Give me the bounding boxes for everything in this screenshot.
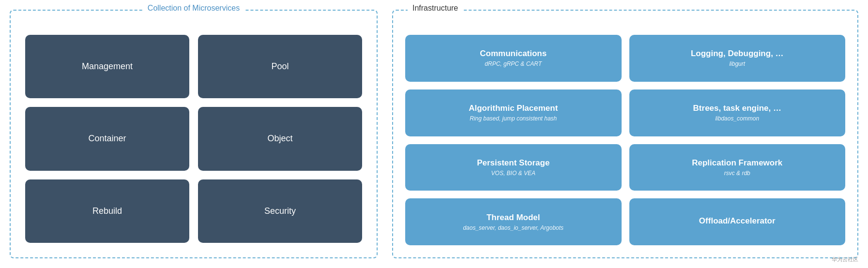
infra-card-title: Replication Framework <box>692 158 782 168</box>
infra-card-title: Offload/Accelerator <box>699 216 776 226</box>
infra-card-subtitle: libdaos_common <box>715 115 759 122</box>
infra-card-subtitle: dRPC, gRPC & CART <box>485 60 542 67</box>
microservice-card-label: Object <box>267 134 292 144</box>
infra-card-title: Communications <box>480 49 547 59</box>
microservice-card-label: Container <box>88 134 126 144</box>
infra-card-subtitle: daos_server, daos_io_server, Argobots <box>463 224 563 231</box>
infra-card: Offload/Accelerator <box>629 198 846 245</box>
microservice-card-label: Pool <box>271 61 289 72</box>
infra-card: Thread Modeldaos_server, daos_io_server,… <box>405 198 622 245</box>
main-container: Collection of Microservices ManagementPo… <box>0 0 868 268</box>
microservice-card-label: Rebuild <box>92 206 122 216</box>
infra-card: Btrees, task engine, …libdaos_common <box>629 89 846 136</box>
infra-card-subtitle: rsvc & rdb <box>724 170 750 177</box>
infra-card-title: Thread Model <box>487 213 540 223</box>
infra-card: Logging, Debugging, …libgurt <box>629 35 846 82</box>
infra-card-subtitle: Ring based, jump consistent hash <box>470 115 557 122</box>
infra-card: Replication Frameworkrsvc & rdb <box>629 144 846 191</box>
infra-card-title: Algorithmic Placement <box>469 104 558 113</box>
microservice-card-label: Security <box>264 206 296 216</box>
infra-grid: CommunicationsdRPC, gRPC & CARTLogging, … <box>405 35 845 245</box>
right-panel: Infrastructure CommunicationsdRPC, gRPC … <box>392 10 858 258</box>
infra-card: CommunicationsdRPC, gRPC & CART <box>405 35 622 82</box>
left-panel: Collection of Microservices ManagementPo… <box>10 10 378 258</box>
watermark: 华为云社区 <box>832 256 858 263</box>
infra-card: Algorithmic PlacementRing based, jump co… <box>405 89 622 136</box>
microservice-card: Container <box>25 107 189 170</box>
infra-card-subtitle: VOS, BIO & VEA <box>491 170 535 177</box>
right-panel-title: Infrastructure <box>408 4 463 13</box>
infra-card-subtitle: libgurt <box>729 60 745 67</box>
microservice-card-label: Management <box>82 61 133 72</box>
infra-card: Persistent StorageVOS, BIO & VEA <box>405 144 622 191</box>
microservice-card: Pool <box>198 35 362 98</box>
microservice-card: Security <box>198 179 362 243</box>
microservice-card: Object <box>198 107 362 170</box>
microservice-card: Management <box>25 35 189 98</box>
microservice-card: Rebuild <box>25 179 189 243</box>
infra-card-title: Logging, Debugging, … <box>691 49 784 59</box>
infra-card-title: Btrees, task engine, … <box>693 104 781 113</box>
infra-card-title: Persistent Storage <box>477 158 549 168</box>
left-panel-title: Collection of Microservices <box>143 4 244 13</box>
microservices-grid: ManagementPoolContainerObjectRebuildSecu… <box>25 35 362 243</box>
